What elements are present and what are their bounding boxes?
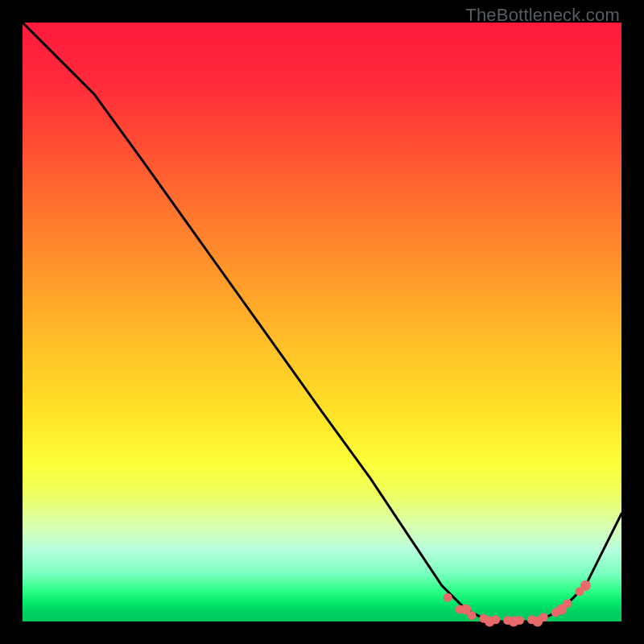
svg-point-17 [575, 587, 584, 596]
svg-point-13 [527, 615, 536, 624]
plot-area [23, 23, 621, 621]
curve-line [23, 23, 621, 621]
svg-point-12 [515, 616, 524, 625]
svg-point-6 [444, 593, 452, 602]
svg-point-11 [503, 616, 512, 625]
curve-markers [444, 580, 591, 627]
svg-point-16 [564, 599, 572, 608]
svg-point-15 [551, 608, 560, 617]
svg-point-10 [491, 615, 500, 624]
chart-frame: TheBottleneck.com [0, 0, 644, 644]
svg-point-9 [479, 614, 488, 623]
svg-point-14 [539, 613, 548, 621]
curve-svg [23, 23, 621, 621]
svg-point-8 [468, 611, 477, 620]
svg-point-7 [456, 605, 464, 614]
